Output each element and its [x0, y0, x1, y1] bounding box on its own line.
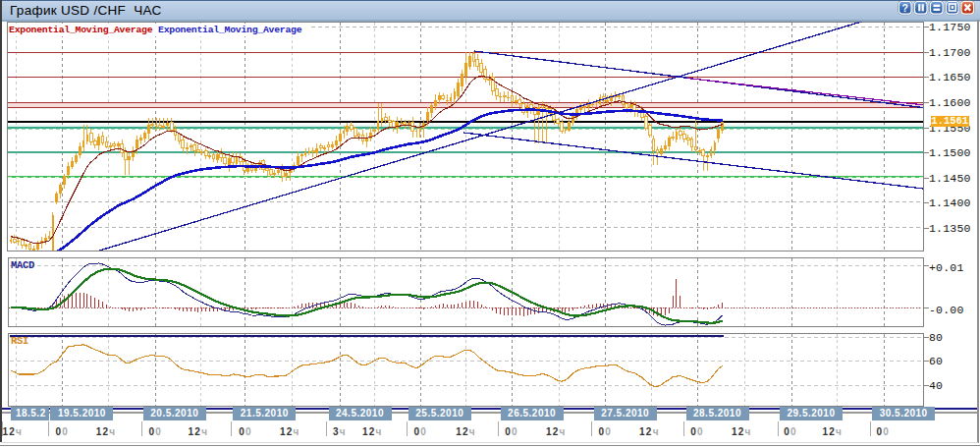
svg-text:?: ? — [902, 2, 908, 14]
